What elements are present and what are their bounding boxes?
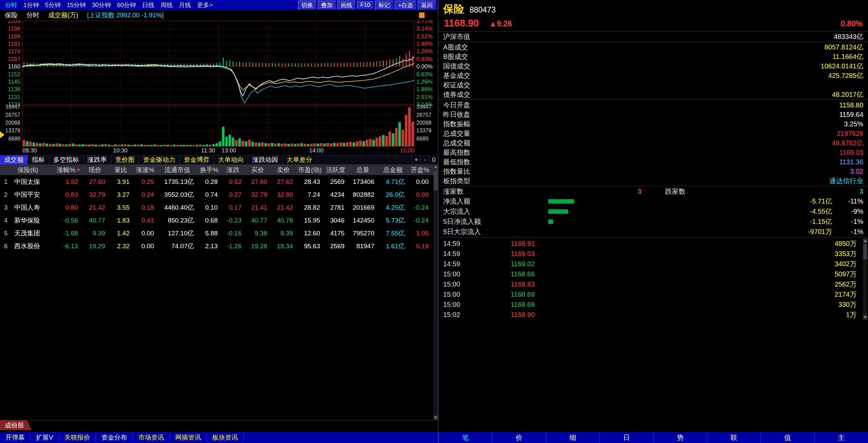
- scroll-down-icon[interactable]: [863, 315, 867, 320]
- indicator-tab-9[interactable]: 大单差分: [282, 155, 317, 165]
- status-item-5[interactable]: 网摘资讯: [170, 433, 207, 442]
- scrollbar-thumb[interactable]: [434, 170, 438, 190]
- cell-zs: 0.41: [133, 214, 157, 227]
- period-tab-8[interactable]: 月线: [176, 1, 194, 9]
- column-header-1[interactable]: 涨幅%: [56, 165, 81, 175]
- stock-row[interactable]: 6西水股份-6.1319.292.320.0074.07亿2.13-1.2619…: [0, 240, 433, 253]
- column-header-6[interactable]: 换手%: [197, 165, 221, 175]
- period-tab-3[interactable]: 15分钟: [64, 1, 89, 9]
- cell-ask: 40.78: [271, 214, 296, 227]
- indicator-tab-6[interactable]: 资金博弈: [180, 155, 214, 165]
- trade-tick-row[interactable]: 14:591169.023402万: [438, 259, 868, 269]
- indicator-tab-3[interactable]: 涨跌率: [83, 155, 111, 165]
- column-header-12[interactable]: 总量: [348, 165, 378, 175]
- trade-tick-row[interactable]: 15:001168.832562万: [438, 279, 868, 289]
- toolbar-button-3[interactable]: F10: [357, 1, 374, 9]
- stock-row[interactable]: 5天茂集团-1.689.391.420.00127.10亿5.88-0.169.…: [0, 227, 433, 240]
- column-header-7[interactable]: 涨跌: [221, 165, 245, 175]
- stock-row[interactable]: 4新华保险-0.5640.771.830.41850.23亿0.68-0.234…: [0, 214, 433, 227]
- chart-control-0[interactable]: +: [412, 156, 420, 164]
- info-value: 11.1664亿: [832, 52, 863, 61]
- column-header-13[interactable]: 总金额: [378, 165, 408, 175]
- status-item-6[interactable]: 板块资讯: [207, 433, 244, 442]
- column-header-10[interactable]: 市盈(动): [296, 165, 323, 175]
- status-item-4[interactable]: 市场资讯: [133, 433, 170, 442]
- status-item-1[interactable]: 扩展V: [31, 433, 59, 442]
- period-tab-9[interactable]: 更多>: [194, 1, 216, 9]
- column-header-3[interactable]: 量比: [108, 165, 133, 175]
- row-index: 4: [0, 214, 12, 227]
- column-header-4[interactable]: 涨速%: [133, 165, 157, 175]
- status-item-0[interactable]: 开弹幕: [0, 433, 31, 442]
- symbol-name: 保险: [443, 2, 464, 16]
- column-header-0[interactable]: 保险(6): [0, 165, 56, 175]
- indicator-tab-2[interactable]: 多空指标: [49, 155, 83, 165]
- period-tab-5[interactable]: 60分钟: [114, 1, 139, 9]
- tick-list-scrollbar[interactable]: [863, 238, 867, 320]
- svg-text:6689: 6689: [8, 136, 20, 142]
- trade-tick-row[interactable]: 15:021168.901万: [438, 310, 868, 320]
- indicator-tab-0[interactable]: 成交额: [0, 155, 28, 165]
- period-tab-7[interactable]: 周线: [157, 1, 176, 9]
- period-tab-2[interactable]: 5分钟: [42, 1, 64, 9]
- svg-text:2.51%: 2.51%: [416, 33, 433, 40]
- column-header-8[interactable]: 买价: [245, 165, 271, 175]
- cell-lb: 1.42: [108, 227, 133, 240]
- chart-control-2[interactable]: 0: [429, 156, 438, 164]
- status-item-3[interactable]: 资金分布: [96, 433, 133, 442]
- chart-indicator-label[interactable]: 成交额(万): [48, 11, 78, 20]
- period-tab-6[interactable]: 日线: [139, 1, 157, 9]
- toolbar-button-4[interactable]: 标记: [375, 1, 393, 10]
- column-header-5[interactable]: 流通市值: [157, 165, 197, 175]
- scrollbar-thumb[interactable]: [863, 244, 867, 259]
- chart-corner-icon[interactable]: [419, 13, 425, 18]
- indicator-tab-8[interactable]: 涨跌动因: [248, 155, 282, 165]
- toolbar-button-2[interactable]: 画线: [337, 1, 356, 10]
- column-header-9[interactable]: 卖价: [271, 165, 296, 175]
- column-header-11[interactable]: 活跃度: [323, 165, 348, 175]
- panel-tab-7[interactable]: 主: [814, 432, 868, 443]
- scroll-down-icon[interactable]: [433, 415, 438, 420]
- scroll-up-icon[interactable]: [433, 165, 438, 169]
- toolbar-button-1[interactable]: 叠加: [318, 1, 336, 10]
- trade-tick-row[interactable]: 15:001168.692174万: [438, 289, 868, 299]
- panel-tab-5[interactable]: 联: [707, 432, 761, 443]
- panel-tab-3[interactable]: 日: [599, 432, 653, 443]
- period-tab-4[interactable]: 30分钟: [89, 1, 114, 9]
- status-item-2[interactable]: 关联报价: [59, 433, 96, 442]
- toolbar-button-6[interactable]: 返回: [418, 1, 436, 10]
- scroll-up-icon[interactable]: [863, 238, 867, 243]
- stock-row[interactable]: 1中国太保1.9227.603.910.251735.13亿0.280.5227…: [0, 175, 433, 188]
- chart-mode-label[interactable]: 分时: [26, 11, 39, 20]
- trade-tick-row[interactable]: 14:591169.033353万: [438, 249, 868, 259]
- panel-tab-1[interactable]: 价: [492, 432, 546, 443]
- cell-hs: 0.10: [197, 201, 221, 214]
- panel-tab-6[interactable]: 值: [761, 432, 814, 443]
- intraday-chart[interactable]: 12033.77%11963.14%11892.51%11811.88%1174…: [0, 20, 438, 155]
- period-tab-1[interactable]: 1分钟: [20, 1, 42, 9]
- indicator-tab-1[interactable]: 指标: [28, 155, 49, 165]
- column-header-14[interactable]: 开盘%: [408, 165, 432, 175]
- stock-row[interactable]: 3中国人寿0.8021.423.550.184460.40亿0.100.1721…: [0, 201, 433, 214]
- table-scrollbar[interactable]: [433, 165, 438, 420]
- period-tab-0[interactable]: 分时: [2, 1, 20, 9]
- cell-zf: 0.83: [56, 188, 81, 201]
- left-edge-marker-icon[interactable]: [0, 131, 4, 138]
- panel-tab-4[interactable]: 势: [653, 432, 707, 443]
- trade-tick-row[interactable]: 14:591168.914850万: [438, 238, 868, 249]
- indicator-tab-4[interactable]: 竞价图: [111, 155, 139, 165]
- stock-row[interactable]: 2中国平安0.8332.793.270.243552.03亿0.740.2732…: [0, 188, 433, 201]
- indicator-tab-5[interactable]: 资金驱动力: [139, 155, 180, 165]
- panel-tab-0[interactable]: 笔: [438, 432, 492, 443]
- tab-constituents[interactable]: 成份股: [0, 420, 32, 430]
- trade-tick-row[interactable]: 15:001168.69330万: [438, 299, 868, 310]
- svg-text:1.88%: 1.88%: [416, 41, 433, 47]
- chart-control-1[interactable]: -: [420, 156, 429, 164]
- panel-tab-2[interactable]: 细: [546, 432, 599, 443]
- column-header-2[interactable]: 现价: [81, 165, 108, 175]
- toolbar-button-5[interactable]: +自选: [395, 1, 416, 10]
- toolbar-button-0[interactable]: 切换: [298, 1, 316, 10]
- indicator-tab-7[interactable]: 大单动向: [214, 155, 248, 165]
- panel-separator: [438, 100, 868, 100]
- trade-tick-row[interactable]: 15:001168.665097万: [438, 269, 868, 279]
